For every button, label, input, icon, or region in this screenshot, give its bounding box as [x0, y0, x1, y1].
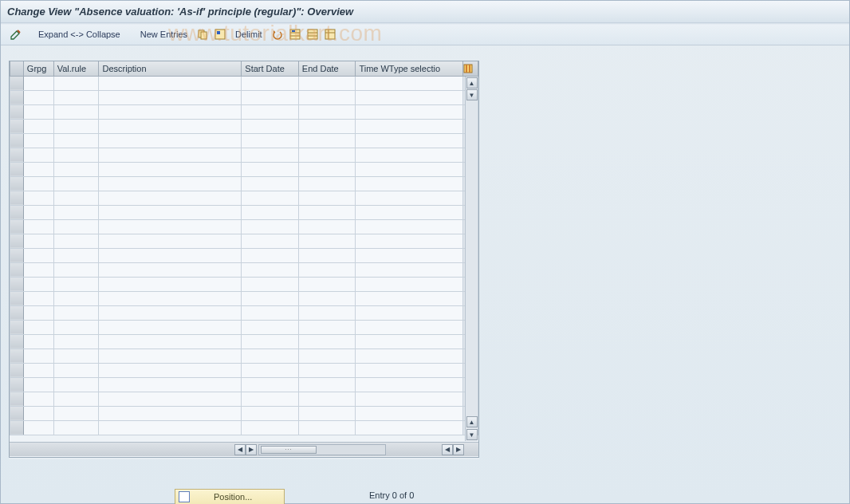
cell-valrule[interactable]: [53, 406, 99, 420]
cell-description[interactable]: [99, 119, 242, 133]
cell-startdate[interactable]: [242, 348, 299, 363]
cell-enddate[interactable]: [298, 90, 356, 104]
cell-valrule[interactable]: [53, 363, 99, 377]
cell-timew[interactable]: [356, 162, 463, 176]
row-selector[interactable]: [10, 348, 24, 363]
cell-grpg[interactable]: [23, 191, 53, 205]
row-selector[interactable]: [10, 291, 24, 305]
cell-description[interactable]: [99, 234, 242, 248]
copy-icon[interactable]: [195, 27, 210, 41]
cell-startdate[interactable]: [242, 90, 299, 104]
row-selector[interactable]: [10, 377, 24, 392]
cell-valrule[interactable]: [53, 176, 99, 191]
cell-valrule[interactable]: [53, 377, 99, 392]
cell-description[interactable]: [99, 162, 242, 176]
cell-description[interactable]: [99, 363, 242, 377]
cell-timew[interactable]: [356, 363, 463, 377]
column-header-startdate[interactable]: Start Date: [242, 61, 299, 76]
cell-description[interactable]: [99, 76, 242, 90]
column-header-description[interactable]: Description: [99, 61, 242, 76]
row-selector[interactable]: [10, 90, 24, 104]
cell-description[interactable]: [99, 291, 242, 305]
cell-grpg[interactable]: [23, 392, 53, 406]
scroll-down-step-icon[interactable]: ▼: [466, 89, 478, 100]
cell-startdate[interactable]: [242, 248, 299, 262]
cell-grpg[interactable]: [23, 162, 53, 176]
pencil-icon[interactable]: [9, 27, 23, 41]
cell-grpg[interactable]: [23, 219, 53, 234]
cell-startdate[interactable]: [242, 104, 299, 119]
cell-timew[interactable]: [356, 191, 463, 205]
cell-valrule[interactable]: [53, 133, 99, 148]
column-settings-icon[interactable]: [463, 61, 478, 76]
cell-startdate[interactable]: [242, 219, 299, 234]
cell-enddate[interactable]: [298, 205, 356, 219]
cell-grpg[interactable]: [23, 133, 53, 148]
expand-collapse-button[interactable]: Expand <-> Collapse: [33, 30, 125, 39]
cell-timew[interactable]: [356, 392, 463, 406]
position-button[interactable]: Position...: [175, 489, 285, 504]
cell-valrule[interactable]: [53, 76, 99, 90]
cell-grpg[interactable]: [23, 104, 53, 119]
undo-icon[interactable]: [270, 27, 285, 41]
cell-grpg[interactable]: [23, 76, 53, 90]
cell-timew[interactable]: [356, 420, 463, 435]
cell-grpg[interactable]: [23, 305, 53, 320]
cell-valrule[interactable]: [53, 191, 99, 205]
cell-startdate[interactable]: [242, 234, 299, 248]
row-selector[interactable]: [10, 219, 24, 234]
row-selector[interactable]: [10, 305, 24, 320]
cell-grpg[interactable]: [23, 119, 53, 133]
cell-timew[interactable]: [356, 262, 463, 277]
new-entries-button[interactable]: New Entries: [136, 30, 192, 39]
cell-valrule[interactable]: [53, 219, 99, 234]
cell-startdate[interactable]: [242, 420, 299, 435]
cell-timew[interactable]: [356, 248, 463, 262]
row-selector[interactable]: [10, 334, 24, 348]
cell-enddate[interactable]: [298, 377, 356, 392]
cell-description[interactable]: [99, 406, 242, 420]
cell-enddate[interactable]: [298, 176, 356, 191]
cell-description[interactable]: [99, 248, 242, 262]
cell-grpg[interactable]: [23, 377, 53, 392]
cell-enddate[interactable]: [298, 277, 356, 291]
cell-enddate[interactable]: [298, 219, 356, 234]
cell-grpg[interactable]: [23, 420, 53, 435]
cell-startdate[interactable]: [242, 392, 299, 406]
cell-startdate[interactable]: [242, 334, 299, 348]
cell-grpg[interactable]: [23, 205, 53, 219]
cell-startdate[interactable]: [242, 148, 299, 162]
vertical-scrollbar[interactable]: ▲ ▼ ▲ ▼: [465, 77, 478, 441]
cell-valrule[interactable]: [53, 291, 99, 305]
cell-valrule[interactable]: [53, 348, 99, 363]
cell-grpg[interactable]: [23, 234, 53, 248]
cell-timew[interactable]: [356, 291, 463, 305]
cell-timew[interactable]: [356, 305, 463, 320]
cell-timew[interactable]: [356, 377, 463, 392]
cell-valrule[interactable]: [53, 420, 99, 435]
cell-grpg[interactable]: [23, 320, 53, 334]
cell-valrule[interactable]: [53, 234, 99, 248]
cell-startdate[interactable]: [242, 291, 299, 305]
cell-enddate[interactable]: [298, 262, 356, 277]
row-selector[interactable]: [10, 162, 24, 176]
cell-grpg[interactable]: [23, 148, 53, 162]
cell-description[interactable]: [99, 392, 242, 406]
cell-description[interactable]: [99, 348, 242, 363]
cell-timew[interactable]: [356, 348, 463, 363]
cell-description[interactable]: [99, 262, 242, 277]
cell-enddate[interactable]: [298, 104, 356, 119]
cell-enddate[interactable]: [298, 234, 356, 248]
cell-grpg[interactable]: [23, 291, 53, 305]
cell-description[interactable]: [99, 305, 242, 320]
select-block-icon[interactable]: [213, 27, 227, 41]
cell-description[interactable]: [99, 320, 242, 334]
cell-enddate[interactable]: [298, 334, 356, 348]
cell-startdate[interactable]: [242, 133, 299, 148]
cell-timew[interactable]: [356, 334, 463, 348]
row-selector[interactable]: [10, 406, 24, 420]
cell-valrule[interactable]: [53, 392, 99, 406]
row-selector[interactable]: [10, 234, 24, 248]
cell-startdate[interactable]: [242, 277, 299, 291]
row-selector[interactable]: [10, 205, 24, 219]
